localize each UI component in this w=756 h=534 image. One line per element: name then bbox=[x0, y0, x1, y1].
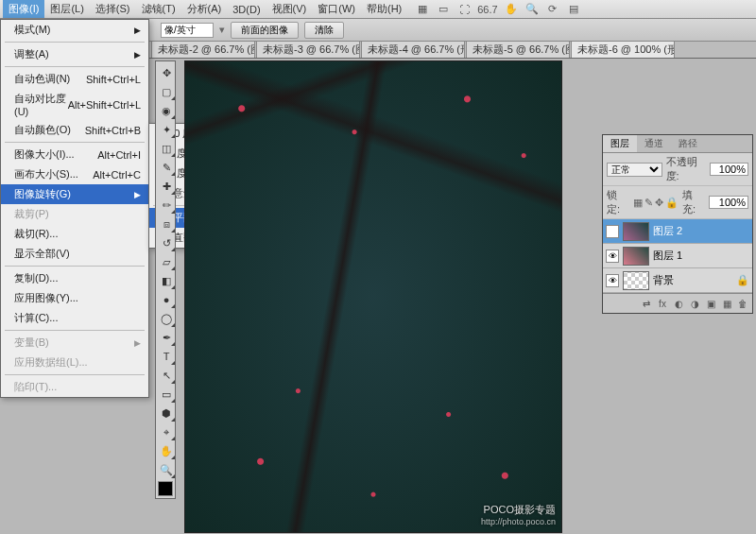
layer-name[interactable]: 图层 2 bbox=[653, 224, 682, 238]
menu-image[interactable]: 图像(I) bbox=[3, 0, 44, 18]
layers-footer: ⇄ fx ◐ ◑ ▣ ▦ 🗑 bbox=[603, 293, 752, 313]
clear-button[interactable]: 清除 bbox=[304, 22, 344, 39]
lock-label: 锁定: bbox=[607, 188, 629, 216]
visibility-icon[interactable]: 👁 bbox=[606, 250, 619, 263]
fx-icon[interactable]: fx bbox=[656, 297, 669, 310]
menu-item[interactable]: 模式(M)▶ bbox=[1, 20, 148, 40]
menu-item[interactable]: 计算(C)... bbox=[1, 308, 148, 328]
menu-item[interactable]: 自动颜色(O)Shift+Ctrl+B bbox=[1, 120, 148, 140]
tab-channels[interactable]: 通道 bbox=[637, 135, 671, 152]
eraser-tool-icon[interactable]: ▱ bbox=[158, 253, 175, 270]
blur-tool-icon[interactable]: ● bbox=[158, 291, 175, 308]
menu-filter[interactable]: 滤镜(T) bbox=[136, 0, 181, 18]
lock-transparency-icon[interactable]: ▦ bbox=[633, 197, 643, 209]
brush-tool-icon[interactable]: ✏ bbox=[158, 197, 175, 214]
menu-analysis[interactable]: 分析(A) bbox=[181, 0, 228, 18]
rotate-view-icon[interactable]: ⟳ bbox=[545, 2, 560, 17]
lock-all-icon[interactable]: 🔒 bbox=[665, 197, 679, 209]
wand-tool-icon[interactable]: ✦ bbox=[158, 121, 175, 138]
lock-pixels-icon[interactable]: ✎ bbox=[644, 197, 653, 209]
layer-thumb[interactable] bbox=[623, 222, 649, 241]
new-layer-icon[interactable]: ▦ bbox=[720, 297, 733, 310]
zoom-tool-icon[interactable]: 🔍 bbox=[158, 461, 175, 478]
fill-field[interactable]: 100% bbox=[709, 196, 748, 209]
layer-name[interactable]: 图层 1 bbox=[653, 249, 682, 263]
menu-help[interactable]: 帮助(H) bbox=[361, 0, 407, 18]
layer-thumb[interactable] bbox=[623, 247, 649, 266]
zoom-level[interactable]: 66.7 bbox=[477, 2, 497, 17]
zoom-tool-icon[interactable]: 🔍 bbox=[524, 2, 540, 17]
layer-row[interactable]: 👁 背景 🔒 bbox=[603, 268, 752, 293]
opacity-label: 不透明度: bbox=[666, 155, 707, 183]
toolbox: ✥ ▢ ◉ ✦ ◫ ✎ ✚ ✏ ⧇ ↺ ▱ ◧ ● ◯ ✒ T ↖ ▭ ⬢ ⌖ … bbox=[155, 60, 176, 499]
3d-tool-icon[interactable]: ⬢ bbox=[158, 405, 175, 422]
menu-item[interactable]: 裁切(R)... bbox=[1, 224, 148, 244]
doc-tab[interactable]: 未标题-4 @ 66.7% (形状 1 R...× bbox=[361, 41, 465, 58]
menu-item[interactable]: 图像旋转(G)▶ bbox=[1, 184, 148, 204]
stamp-tool-icon[interactable]: ⧇ bbox=[158, 215, 175, 233]
lock-position-icon[interactable]: ✥ bbox=[655, 197, 663, 209]
layer-list: 👁 图层 2 👁 图层 1 👁 背景 🔒 bbox=[603, 219, 752, 293]
doc-tab[interactable]: 未标题-2 @ 66.7% (图层 1 R...× bbox=[151, 41, 255, 58]
menu-layer[interactable]: 图层(L) bbox=[44, 0, 89, 18]
tab-paths[interactable]: 路径 bbox=[671, 135, 705, 152]
menu-item[interactable]: 画布大小(S)...Alt+Ctrl+C bbox=[1, 164, 148, 184]
delete-icon[interactable]: 🗑 bbox=[736, 297, 749, 310]
layer-thumb[interactable] bbox=[623, 271, 649, 290]
menu-item[interactable]: 图像大小(I)...Alt+Ctrl+I bbox=[1, 145, 148, 164]
group-icon[interactable]: ▣ bbox=[704, 297, 717, 310]
doc-tab[interactable]: 未标题-5 @ 66.7% (图层 1 R...× bbox=[466, 41, 570, 58]
adjustment-icon[interactable]: ◑ bbox=[688, 297, 701, 310]
resolution-unit-field[interactable] bbox=[161, 23, 214, 38]
gradient-tool-icon[interactable]: ◧ bbox=[158, 272, 175, 289]
crop-tool-icon[interactable]: ◫ bbox=[158, 140, 175, 157]
menu-item: 裁剪(P) bbox=[1, 204, 148, 224]
launch-bridge-icon[interactable]: ▦ bbox=[415, 2, 430, 17]
layer-row[interactable]: 👁 图层 1 bbox=[603, 244, 752, 268]
screen-mode-icon[interactable]: ⛶ bbox=[456, 2, 472, 17]
hand-tool-icon[interactable]: ✋ bbox=[158, 442, 175, 459]
shape-tool-icon[interactable]: ▭ bbox=[158, 386, 175, 403]
layers-panel: 图层 通道 路径 正常 不透明度: 100% 锁定: ▦ ✎ ✥ 🔒 填充: 1… bbox=[602, 134, 753, 314]
front-image-button[interactable]: 前面的图像 bbox=[231, 22, 299, 39]
marquee-tool-icon[interactable]: ▢ bbox=[158, 83, 175, 100]
menu-3d[interactable]: 3D(D) bbox=[227, 2, 266, 17]
mask-icon[interactable]: ◐ bbox=[672, 297, 685, 310]
menubar: 图像(I) 图层(L) 选择(S) 滤镜(T) 分析(A) 3D(D) 视图(V… bbox=[0, 0, 756, 19]
arrange-docs-icon[interactable]: ▤ bbox=[566, 2, 581, 17]
doc-tab[interactable]: 未标题-6 @ 100% (形状 2 R...× bbox=[571, 41, 675, 58]
dodge-tool-icon[interactable]: ◯ bbox=[158, 310, 175, 327]
menu-window[interactable]: 窗口(W) bbox=[312, 0, 361, 18]
menu-item[interactable]: 复制(D)... bbox=[1, 268, 148, 288]
menu-item[interactable]: 应用图像(Y)... bbox=[1, 288, 148, 308]
visibility-icon[interactable]: 👁 bbox=[606, 274, 619, 287]
history-brush-icon[interactable]: ↺ bbox=[158, 234, 175, 251]
document-canvas[interactable]: POCO摄影专题 http://photo.poco.cn bbox=[184, 60, 562, 533]
layer-row[interactable]: 👁 图层 2 bbox=[603, 219, 752, 244]
eyedropper-tool-icon[interactable]: ✎ bbox=[158, 159, 175, 176]
healing-tool-icon[interactable]: ✚ bbox=[158, 178, 175, 195]
blend-mode-select[interactable]: 正常 bbox=[607, 163, 662, 177]
visibility-icon[interactable]: 👁 bbox=[606, 225, 619, 238]
menu-view[interactable]: 视图(V) bbox=[266, 0, 313, 18]
type-tool-icon[interactable]: T bbox=[158, 348, 175, 365]
opacity-field[interactable]: 100% bbox=[710, 163, 748, 176]
3d-camera-icon[interactable]: ⌖ bbox=[158, 423, 175, 440]
lock-icon: 🔒 bbox=[736, 274, 749, 286]
tab-layers[interactable]: 图层 bbox=[603, 135, 637, 152]
move-tool-icon[interactable]: ✥ bbox=[158, 64, 175, 81]
hand-tool-icon[interactable]: ✋ bbox=[504, 2, 519, 17]
path-select-icon[interactable]: ↖ bbox=[158, 367, 175, 384]
menu-item[interactable]: 调整(A)▶ bbox=[1, 44, 148, 64]
menu-item[interactable]: 自动色调(N)Shift+Ctrl+L bbox=[1, 69, 148, 89]
menu-item[interactable]: 显示全部(V) bbox=[1, 244, 148, 264]
lasso-tool-icon[interactable]: ◉ bbox=[158, 102, 175, 119]
menu-select[interactable]: 选择(S) bbox=[90, 0, 136, 18]
color-swatch[interactable] bbox=[158, 481, 173, 496]
view-extras-icon[interactable]: ▭ bbox=[436, 2, 451, 17]
layer-name[interactable]: 背景 bbox=[653, 273, 674, 287]
pen-tool-icon[interactable]: ✒ bbox=[158, 329, 175, 346]
link-layers-icon[interactable]: ⇄ bbox=[640, 297, 653, 310]
doc-tab[interactable]: 未标题-3 @ 66.7% (图层 1 R...× bbox=[256, 41, 360, 58]
menu-item[interactable]: 自动对比度(U)Alt+Shift+Ctrl+L bbox=[1, 89, 148, 120]
